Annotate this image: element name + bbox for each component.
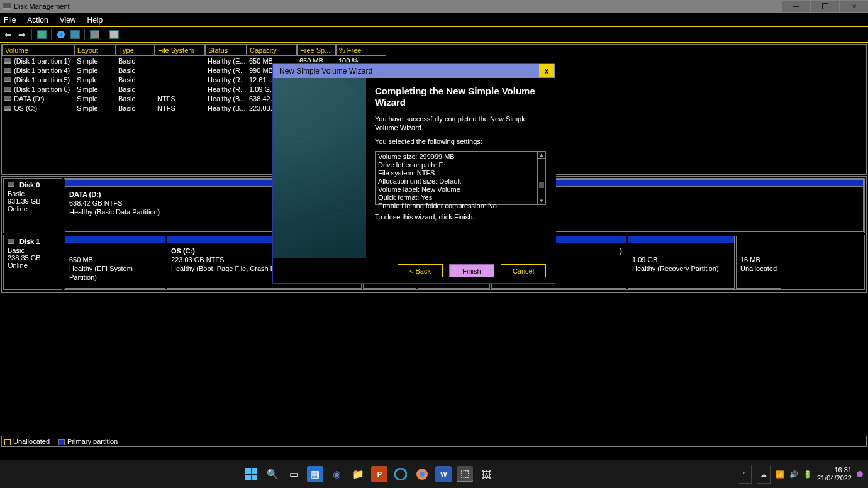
- new-simple-volume-wizard-dialog: New Simple Volume Wizard x Completing th…: [272, 63, 555, 284]
- dialog-success-text: You have successfully completed the New …: [375, 114, 546, 132]
- disk-1-unallocated[interactable]: 16 MBUnallocated: [736, 236, 781, 289]
- disk-1-partition-efi[interactable]: 650 MBHealthy (EFI System Partition): [65, 236, 165, 289]
- toolbar-properties-icon[interactable]: [36, 29, 47, 40]
- dialog-sidebar-graphic: [273, 78, 366, 258]
- disk-0-name: Disk 0: [19, 181, 40, 189]
- volume-icon: [4, 58, 11, 64]
- col-status[interactable]: Status: [205, 45, 247, 56]
- wizard-back-button[interactable]: < Back: [398, 264, 443, 277]
- window-titlebar: Disk Management: [0, 0, 868, 13]
- taskbar: 🔍 ▭ ▦ ◉ 📁 P W ⬚ 🖼 ˄ ☁ 📶 🔊 🔋 16:31 21/04/…: [0, 460, 868, 488]
- menu-help[interactable]: Help: [87, 16, 103, 25]
- disk-1-type: Basic: [8, 247, 58, 254]
- taskbar-app-word[interactable]: W: [435, 466, 452, 482]
- taskbar-app-diskmgmt[interactable]: ⬚: [457, 466, 473, 482]
- disk-1-state: Online: [8, 262, 58, 269]
- toolbar-refresh-icon[interactable]: [69, 29, 81, 40]
- taskbar-app-widgets[interactable]: ▦: [307, 466, 323, 482]
- window-maximize-button[interactable]: [811, 1, 839, 12]
- tray-clock[interactable]: 16:31 21/04/2022: [817, 466, 852, 482]
- disk-1-partition-recovery[interactable]: 1.09 GBHealthy (Recovery Partition): [628, 236, 735, 289]
- partition-title: DATA (D:): [69, 191, 101, 198]
- dialog-selected-label: You selected the following settings:: [375, 137, 546, 146]
- volume-list-header: Volume Layout Type File System Status Ca…: [2, 45, 866, 56]
- svg-point-2: [420, 472, 425, 477]
- legend-primary: Primary partition: [58, 438, 118, 445]
- tray-onedrive-icon[interactable]: ☁: [757, 465, 771, 484]
- menu-view[interactable]: View: [60, 16, 76, 25]
- col-filesystem[interactable]: File System: [155, 45, 205, 56]
- toolbar: ⬅ ➡ ?: [0, 27, 868, 42]
- tray-wifi-icon[interactable]: 📶: [776, 470, 784, 479]
- volume-icon: [4, 68, 11, 73]
- menu-action[interactable]: Action: [27, 16, 48, 25]
- dialog-close-hint: To close this wizard, click Finish.: [375, 213, 546, 221]
- dialog-title: New Simple Volume Wizard: [279, 67, 372, 75]
- toolbar-action-icon[interactable]: [89, 29, 100, 40]
- nav-back-button[interactable]: ⬅: [3, 29, 14, 40]
- scroll-up-icon[interactable]: ▲: [538, 152, 545, 159]
- settings-scrollbar[interactable]: ▲ ▼: [537, 152, 545, 204]
- window-title: Disk Management: [14, 3, 70, 10]
- volume-icon: [4, 77, 11, 82]
- taskbar-app-powerpoint[interactable]: P: [371, 466, 387, 482]
- dialog-heading: Completing the New Simple Volume Wizard: [375, 86, 546, 108]
- taskbar-app-explorer[interactable]: 📁: [350, 466, 366, 482]
- col-freespace[interactable]: Free Sp...: [297, 45, 336, 56]
- dialog-close-button[interactable]: x: [539, 64, 554, 77]
- dialog-settings-listbox[interactable]: Volume size: 299999 MB Drive letter or p…: [375, 151, 546, 205]
- disk-0-state: Online: [8, 205, 58, 213]
- scroll-thumb[interactable]: [539, 182, 544, 188]
- taskbar-app-teams[interactable]: ◉: [328, 466, 345, 482]
- legend-bar: Unallocated Primary partition: [1, 436, 867, 447]
- tray-battery-icon[interactable]: 🔋: [803, 470, 812, 479]
- taskbar-search-icon[interactable]: 🔍: [264, 466, 281, 482]
- scroll-down-icon[interactable]: ▼: [538, 197, 545, 204]
- disk-1-name: Disk 1: [19, 238, 40, 245]
- disk-0-info[interactable]: Disk 0 Basic 931.39 GB Online: [3, 178, 62, 233]
- volume-icon: [4, 87, 11, 92]
- tray-time: 16:31: [817, 466, 852, 474]
- taskbar-app-edge[interactable]: [392, 466, 409, 482]
- col-volume[interactable]: Volume: [2, 45, 74, 56]
- window-close-button[interactable]: [840, 1, 868, 12]
- start-button[interactable]: [243, 466, 259, 482]
- wizard-cancel-button[interactable]: Cancel: [501, 264, 546, 277]
- toolbar-list-icon[interactable]: [108, 29, 120, 40]
- disk-icon: [8, 239, 14, 244]
- wizard-finish-button[interactable]: Finish: [449, 264, 494, 277]
- disk-icon: [8, 182, 14, 187]
- partition-status: Healthy (Basic Data Partition): [69, 208, 160, 216]
- volume-icon: [4, 106, 11, 111]
- tray-date: 21/04/2022: [817, 474, 852, 482]
- col-pctfree[interactable]: % Free: [336, 45, 386, 56]
- partition-size: 638.42 GB NTFS: [69, 199, 122, 207]
- system-tray: ˄ ☁ 📶 🔊 🔋 16:31 21/04/2022: [738, 465, 868, 484]
- col-layout[interactable]: Layout: [74, 45, 116, 56]
- disk-1-size: 238.35 GB: [8, 254, 58, 262]
- nav-forward-button[interactable]: ➡: [16, 29, 28, 40]
- col-capacity[interactable]: Capacity: [247, 45, 297, 56]
- tray-overflow-button[interactable]: ˄: [738, 465, 752, 484]
- dialog-titlebar[interactable]: New Simple Volume Wizard x: [273, 64, 555, 78]
- taskbar-taskview-icon[interactable]: ▭: [286, 466, 302, 482]
- volume-icon: [4, 96, 11, 101]
- taskbar-app-chrome[interactable]: [414, 466, 430, 482]
- disk-1-info[interactable]: Disk 1 Basic 238.35 GB Online: [3, 235, 62, 290]
- tray-volume-icon[interactable]: 🔊: [789, 470, 798, 479]
- toolbar-help-icon[interactable]: ?: [55, 29, 67, 40]
- tray-notifications-icon[interactable]: [857, 471, 863, 477]
- app-icon: [3, 3, 11, 10]
- svg-point-0: [395, 469, 406, 480]
- col-type[interactable]: Type: [116, 45, 155, 56]
- window-minimize-button[interactable]: [782, 1, 810, 12]
- taskbar-app-photos[interactable]: 🖼: [478, 466, 494, 482]
- menu-bar: File Action View Help: [0, 13, 868, 26]
- disk-0-type: Basic: [8, 190, 58, 197]
- legend-unallocated: Unallocated: [4, 438, 50, 445]
- menu-file[interactable]: File: [4, 16, 16, 25]
- disk-0-size: 931.39 GB: [8, 197, 58, 205]
